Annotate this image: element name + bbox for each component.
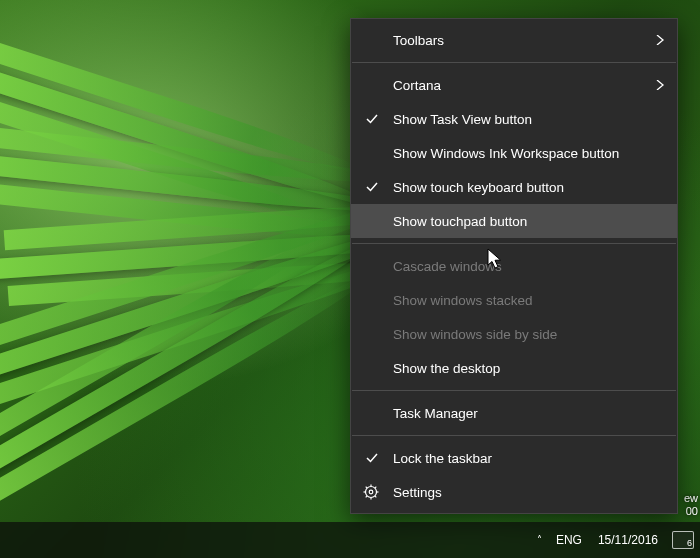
menu-show-task-view[interactable]: Show Task View button xyxy=(351,102,677,136)
menu-stack-windows: Show windows stacked xyxy=(351,283,677,317)
menu-show-touch-keyboard[interactable]: Show touch keyboard button xyxy=(351,170,677,204)
menu-label: Show Task View button xyxy=(393,112,532,127)
menu-task-manager[interactable]: Task Manager xyxy=(351,396,677,430)
svg-line-6 xyxy=(366,487,367,488)
menu-label: Show touchpad button xyxy=(393,214,527,229)
notification-count: 6 xyxy=(687,538,692,548)
taskbar-clock[interactable]: 15/11/2016 xyxy=(590,533,666,547)
menu-show-touchpad[interactable]: Show touchpad button xyxy=(351,204,677,238)
svg-line-9 xyxy=(375,487,376,488)
checkmark-icon xyxy=(365,180,379,194)
menu-separator xyxy=(352,243,676,244)
menu-label: Task Manager xyxy=(393,406,478,421)
menu-label: Show windows side by side xyxy=(393,327,557,342)
menu-settings[interactable]: Settings xyxy=(351,475,677,509)
menu-lock-taskbar[interactable]: Lock the taskbar xyxy=(351,441,677,475)
menu-label: Toolbars xyxy=(393,33,444,48)
submenu-chevron-icon xyxy=(655,35,665,45)
menu-toolbars[interactable]: Toolbars xyxy=(351,23,677,57)
desktop[interactable]: ew 00 Toolbars Cortana Show Task View bu… xyxy=(0,0,700,558)
action-center-button[interactable]: 6 xyxy=(672,531,694,549)
menu-label: Show Windows Ink Workspace button xyxy=(393,146,619,161)
svg-point-1 xyxy=(369,490,373,494)
taskbar-context-menu: Toolbars Cortana Show Task View button S… xyxy=(350,18,678,514)
menu-label: Cascade windows xyxy=(393,259,502,274)
taskbar[interactable]: ˄ ENG 15/11/2016 6 xyxy=(0,522,700,558)
menu-label: Show touch keyboard button xyxy=(393,180,564,195)
menu-show-desktop[interactable]: Show the desktop xyxy=(351,351,677,385)
svg-line-8 xyxy=(366,496,367,497)
menu-label: Cortana xyxy=(393,78,441,93)
menu-cortana[interactable]: Cortana xyxy=(351,68,677,102)
checkmark-icon xyxy=(365,112,379,126)
menu-side-by-side: Show windows side by side xyxy=(351,317,677,351)
tray-overflow-button[interactable]: ˄ xyxy=(531,533,548,547)
svg-point-0 xyxy=(366,487,377,498)
ime-indicator[interactable]: ENG xyxy=(548,533,590,547)
menu-label: Show the desktop xyxy=(393,361,500,376)
submenu-chevron-icon xyxy=(655,80,665,90)
menu-label: Lock the taskbar xyxy=(393,451,492,466)
menu-show-ink-workspace[interactable]: Show Windows Ink Workspace button xyxy=(351,136,677,170)
menu-separator xyxy=(352,435,676,436)
menu-label: Show windows stacked xyxy=(393,293,533,308)
gear-icon xyxy=(363,484,379,500)
menu-label: Settings xyxy=(393,485,442,500)
notification-peek: ew 00 xyxy=(684,492,698,518)
taskbar-date: 15/11/2016 xyxy=(598,533,658,547)
svg-line-7 xyxy=(375,496,376,497)
menu-cascade-windows: Cascade windows xyxy=(351,249,677,283)
menu-separator xyxy=(352,62,676,63)
menu-separator xyxy=(352,390,676,391)
checkmark-icon xyxy=(365,451,379,465)
